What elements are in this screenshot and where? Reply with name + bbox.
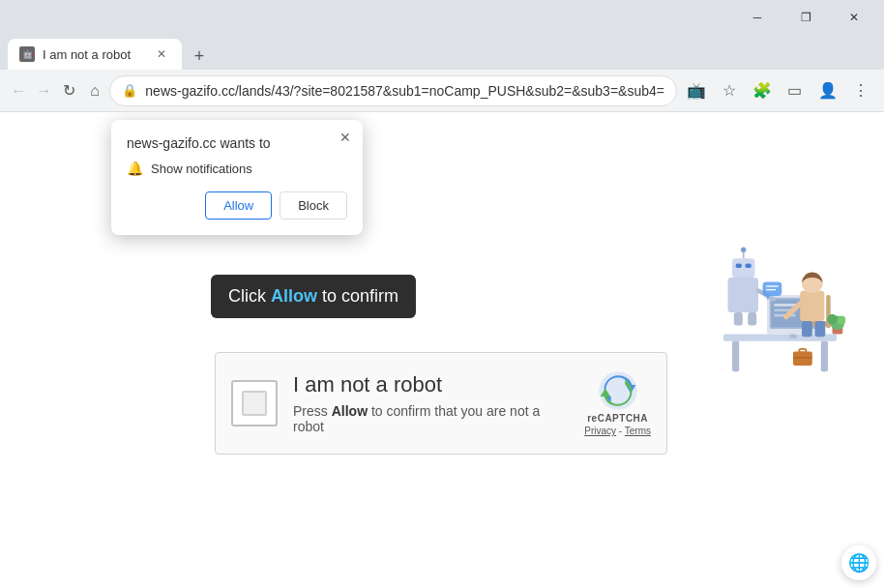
- svg-rect-3: [821, 341, 828, 372]
- address-bar[interactable]: 🔒 news-gazifo.cc/lands/43/?site=8021587&…: [109, 75, 677, 106]
- tooltip-suffix: to confirm: [317, 286, 398, 306]
- svg-rect-22: [800, 291, 824, 322]
- minimize-button[interactable]: ─: [735, 0, 780, 35]
- recaptcha-allow-word: Allow: [332, 403, 368, 419]
- restore-button[interactable]: ❐: [783, 0, 828, 35]
- svg-rect-14: [746, 264, 751, 269]
- svg-rect-26: [815, 321, 826, 337]
- svg-rect-10: [789, 335, 796, 339]
- page-content: ✕ news-gazifo.cc wants to 🔔 Show notific…: [0, 112, 884, 588]
- title-bar: ─ ❐ ✕: [0, 0, 884, 35]
- svg-rect-34: [763, 282, 782, 296]
- svg-rect-31: [793, 352, 812, 366]
- recaptcha-card: I am not a robot Press Allow to confirm …: [215, 352, 667, 455]
- extensions-icon: 🧩: [752, 81, 772, 100]
- tooltip-prefix: Click: [228, 286, 271, 306]
- svg-rect-11: [728, 278, 759, 312]
- lock-icon: 🔒: [122, 83, 137, 98]
- popup-close-button[interactable]: ✕: [336, 128, 355, 147]
- popup-buttons: Allow Block: [127, 191, 347, 220]
- popup-title: news-gazifo.cc wants to: [127, 135, 347, 151]
- svg-rect-32: [799, 349, 806, 353]
- notification-permission-popup: ✕ news-gazifo.cc wants to 🔔 Show notific…: [111, 120, 363, 235]
- click-allow-tooltip: Click Allow to confirm: [211, 275, 416, 318]
- new-tab-button[interactable]: +: [186, 43, 213, 70]
- forward-button[interactable]: →: [33, 75, 54, 106]
- svg-rect-2: [732, 341, 739, 372]
- menu-button[interactable]: ⋮: [845, 75, 876, 106]
- home-button[interactable]: ⌂: [84, 75, 105, 106]
- menu-icon: ⋮: [853, 81, 869, 100]
- office-illustration: [671, 190, 845, 383]
- notification-label: Show notifications: [151, 162, 252, 176]
- site-favicon-badge: 🌐: [841, 545, 876, 580]
- nav-actions: 📺 ☆ 🧩 ▭ 👤 ⋮: [681, 75, 876, 106]
- allow-button[interactable]: Allow: [205, 191, 272, 220]
- tabs-bar: 🤖 I am not a robot ✕ +: [0, 35, 884, 70]
- svg-rect-25: [802, 321, 812, 337]
- cast-button[interactable]: 📺: [681, 75, 712, 106]
- recaptcha-text: I am not a robot Press Allow to confirm …: [293, 372, 569, 434]
- back-button[interactable]: ←: [8, 75, 29, 106]
- extensions-button[interactable]: 🧩: [747, 75, 778, 106]
- svg-point-29: [827, 314, 838, 325]
- window-controls: ─ ❐ ✕: [735, 0, 876, 35]
- svg-rect-12: [732, 258, 754, 278]
- navigation-bar: ← → ↻ ⌂ 🔒 news-gazifo.cc/lands/43/?site=…: [0, 70, 884, 112]
- sidebar-icon: ▭: [787, 81, 802, 100]
- svg-rect-19: [748, 312, 756, 326]
- active-tab[interactable]: 🤖 I am not a robot ✕: [8, 39, 182, 70]
- svg-rect-18: [734, 312, 743, 326]
- bookmark-icon: ☆: [722, 81, 736, 100]
- recaptcha-logo-icon: [598, 370, 638, 411]
- bell-icon: 🔔: [127, 161, 143, 176]
- sidebar-button[interactable]: ▭: [780, 75, 810, 106]
- privacy-link[interactable]: Privacy: [584, 426, 616, 436]
- recaptcha-checkbox[interactable]: [231, 380, 278, 426]
- recaptcha-links: Privacy - Terms: [584, 426, 651, 436]
- refresh-button[interactable]: ↻: [59, 75, 80, 106]
- recaptcha-title: I am not a robot: [293, 372, 569, 397]
- profile-icon: 👤: [818, 81, 838, 100]
- browser-window: ─ ❐ ✕ 🤖 I am not a robot ✕ + ← →: [0, 0, 884, 588]
- url-text: news-gazifo.cc/lands/43/?site=8021587&su…: [145, 83, 664, 99]
- tooltip-allow-word: Allow: [271, 286, 317, 306]
- notification-row: 🔔 Show notifications: [127, 161, 347, 176]
- close-button[interactable]: ✕: [832, 0, 876, 35]
- bookmark-button[interactable]: ☆: [714, 75, 745, 106]
- svg-rect-13: [736, 264, 742, 269]
- block-button[interactable]: Block: [280, 191, 347, 220]
- checkbox-inner: [242, 391, 267, 416]
- terms-link[interactable]: Terms: [625, 426, 651, 436]
- recaptcha-logo-area: reCAPTCHA Privacy - Terms: [584, 370, 651, 436]
- tab-favicon: 🤖: [19, 46, 35, 62]
- tab-close-button[interactable]: ✕: [153, 45, 170, 63]
- svg-point-16: [741, 248, 746, 252]
- recaptcha-brand: reCAPTCHA: [587, 413, 648, 424]
- tab-title: I am not a robot: [43, 47, 145, 62]
- cast-icon: 📺: [687, 81, 706, 100]
- profile-button[interactable]: 👤: [812, 75, 843, 106]
- recaptcha-subtitle: Press Allow to confirm that you are not …: [293, 403, 569, 434]
